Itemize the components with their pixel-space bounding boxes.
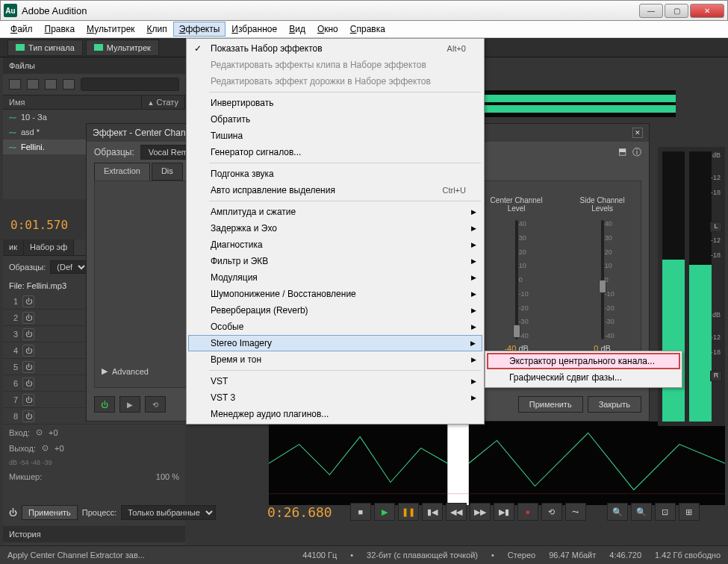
new-icon[interactable]	[45, 79, 57, 90]
menu-item-special[interactable]: Особые▶	[188, 319, 482, 335]
overview-waveform[interactable]	[467, 90, 676, 117]
menu-item-silence[interactable]: Тишина	[188, 128, 482, 144]
play-button[interactable]: ▶	[374, 503, 395, 521]
prev-button[interactable]: ▮◀	[422, 503, 443, 521]
skip-button[interactable]: ⤳	[565, 503, 586, 521]
files-search[interactable]	[81, 78, 179, 91]
maximize-button[interactable]: ▢	[665, 4, 688, 18]
fx-power-button[interactable]: ⏻	[94, 396, 115, 413]
menu-view[interactable]: Вид	[283, 22, 311, 37]
history-panel[interactable]: История	[3, 526, 185, 542]
power-icon[interactable]: ⏻	[22, 312, 34, 324]
status-action: Apply Center Channel Extractor зав...	[7, 551, 145, 560]
process-select[interactable]: Только выбранные	[121, 505, 216, 520]
playhead-time: 0:26.680	[267, 504, 332, 520]
slider-caption: Center Channel Level	[484, 196, 549, 216]
menu-item-show-rack[interactable]: ✓Показать Набор эффектовAlt+0	[188, 40, 482, 57]
power-icon[interactable]: ⏻	[22, 328, 34, 340]
menu-item-noise[interactable]: Шумопонижение / Восстановление▶	[188, 286, 482, 302]
main-waveform[interactable]	[269, 422, 725, 504]
menu-item-vst3[interactable]: VST 3▶	[188, 389, 482, 406]
menu-clip[interactable]: Клип	[141, 22, 173, 37]
next-button[interactable]: ▶▮	[494, 503, 514, 521]
menu-edit[interactable]: Правка	[39, 22, 81, 37]
tab-multitrack[interactable]: Мультитрек	[86, 40, 159, 56]
menu-item-fit[interactable]: Подгонка звука	[188, 166, 482, 182]
zoom-sel-button[interactable]: ⊞	[679, 503, 700, 521]
power-icon[interactable]: ⏻	[22, 345, 34, 357]
file-row[interactable]: ⁓10 - За	[3, 110, 185, 125]
menu-item-amplitude[interactable]: Амплитуда и сжатие▶	[188, 204, 482, 220]
close-button[interactable]: ✕	[690, 4, 724, 18]
menu-effects[interactable]: Эффекты	[173, 22, 226, 37]
menu-item-invert[interactable]: Инвертировать	[188, 95, 482, 111]
status-channels: Стерео	[508, 551, 535, 560]
menu-item-stereo-imagery[interactable]: Stereo Imagery▶	[188, 335, 482, 351]
help-icon[interactable]: ⓘ	[632, 146, 641, 159]
menu-item-filter[interactable]: Фильтр и ЭКВ▶	[188, 253, 482, 269]
menu-item-time[interactable]: Время и тон▶	[188, 351, 482, 368]
menu-help[interactable]: Справка	[344, 22, 391, 37]
menu-item-diagnostics[interactable]: Диагностика▶	[188, 236, 482, 253]
menu-item-vst[interactable]: VST▶	[188, 373, 482, 389]
effect-dialog-title: Эффект - Center Chann	[93, 128, 190, 138]
power-icon[interactable]: ⏻	[22, 394, 34, 406]
menu-window[interactable]: Окно	[311, 22, 344, 37]
center-level-slider[interactable]: Center Channel Level 403020100-10-20-30-…	[484, 196, 549, 372]
pause-button[interactable]: ❚❚	[398, 503, 419, 521]
forward-button[interactable]: ▶▶	[470, 503, 491, 521]
power-icon[interactable]: ⏻	[22, 361, 34, 373]
advanced-toggle[interactable]: ▶Advanced	[102, 366, 149, 376]
open-icon[interactable]	[9, 79, 21, 90]
stop-button[interactable]: ■	[350, 503, 371, 521]
fx-loop-button[interactable]: ⟲	[145, 396, 166, 413]
power-icon[interactable]: ⏻	[22, 410, 34, 422]
col-name[interactable]: Имя	[3, 95, 142, 109]
rack-apply-button[interactable]: Применить	[22, 505, 78, 520]
loop-button[interactable]: ⟲	[541, 503, 562, 521]
menu-item-generate[interactable]: Генератор сигналов...	[188, 144, 482, 160]
side-level-slider[interactable]: Side Channel Levels 403020100-10-20-30-4…	[571, 196, 633, 372]
menu-multitrack[interactable]: Мультитрек	[81, 22, 141, 37]
rewind-button[interactable]: ◀◀	[446, 503, 467, 521]
fx-preview-button[interactable]: ▶	[119, 396, 140, 413]
chevron-right-icon: ▶	[102, 366, 108, 376]
fx-tab-extraction[interactable]: Extraction	[94, 163, 150, 181]
preset-save-icon[interactable]: ⬒	[618, 146, 626, 159]
menu-item-plugin-mgr[interactable]: Менеджер аудио плагинов...	[188, 406, 482, 422]
menu-file[interactable]: Файл	[4, 22, 39, 37]
menu-favorites[interactable]: Избранное	[225, 22, 283, 37]
rack-tab[interactable]: ик	[3, 239, 24, 255]
status-freespace: 1.42 Гб свободно	[655, 551, 721, 560]
zoom-out-button[interactable]: 🔍	[631, 503, 652, 521]
zoom-fit-button[interactable]: ⊡	[655, 503, 676, 521]
menu-item-heal[interactable]: Авто исправление выделенияCtrl+U	[188, 182, 482, 198]
status-filesize: 96.47 Мбайт	[549, 551, 596, 560]
import-icon[interactable]	[27, 79, 39, 90]
record-button[interactable]: ●	[517, 503, 538, 521]
check-icon: ✓	[194, 43, 202, 54]
zoom-in-button[interactable]: 🔍	[607, 503, 628, 521]
menu-item-edit-track: Редактировать эффект дорожки в Наборе эф…	[188, 73, 482, 90]
dialog-close-icon[interactable]: ✕	[632, 128, 643, 138]
fx-tab-disc[interactable]: Dis	[152, 163, 183, 181]
rack-tab[interactable]: Набор эф	[24, 239, 74, 255]
submenu-item-extractor[interactable]: Экстрактор центрального канала...	[487, 353, 680, 369]
delete-icon[interactable]	[63, 79, 75, 90]
preset-select[interactable]: (Def	[50, 260, 88, 274]
fx-close-button[interactable]: Закрыть	[588, 396, 641, 413]
menu-item-delay[interactable]: Задержка и Эхо▶	[188, 220, 482, 236]
tab-waveform[interactable]: Тип сигнала	[7, 40, 83, 56]
fx-apply-button[interactable]: Применить	[518, 396, 583, 413]
rack-power-icon[interactable]: ⏻	[9, 508, 17, 517]
minimize-button[interactable]: —	[639, 4, 663, 18]
menu-item-modulation[interactable]: Модуляция▶	[188, 269, 482, 286]
power-icon[interactable]: ⏻	[22, 295, 34, 307]
power-icon[interactable]: ⏻	[22, 377, 34, 389]
menu-item-reverb[interactable]: Реверберация (Reverb)▶	[188, 302, 482, 319]
col-status[interactable]: ▲ Стату	[142, 95, 185, 109]
svg-rect-0	[467, 90, 676, 117]
menu-item-reverse[interactable]: Обратить	[188, 111, 482, 128]
submenu-item-phase[interactable]: Графический сдвиг фазы...	[487, 369, 680, 386]
menubar: Файл Правка Мультитрек Клип Эффекты Избр…	[0, 21, 728, 38]
